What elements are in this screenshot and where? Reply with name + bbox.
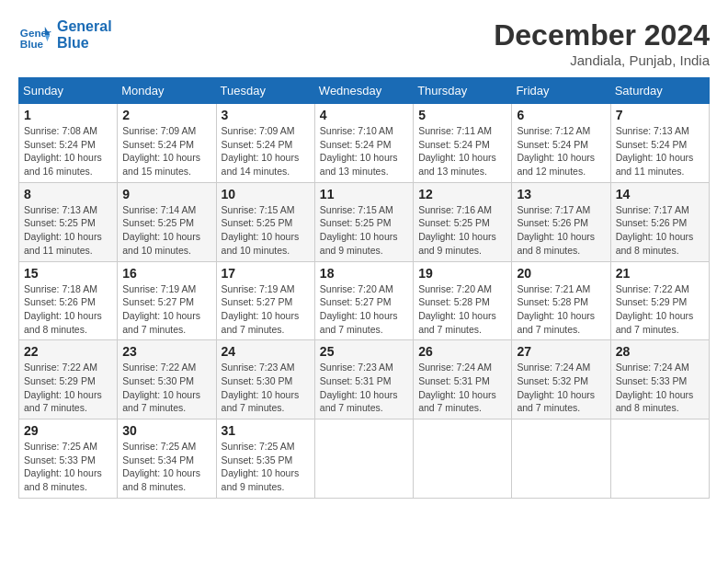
day-info: Sunrise: 7:22 AM Sunset: 5:29 PM Dayligh… xyxy=(616,282,704,337)
day-info: Sunrise: 7:08 AM Sunset: 5:24 PM Dayligh… xyxy=(24,124,112,178)
weekday-thursday: Thursday xyxy=(414,78,512,104)
day-number: 15 xyxy=(24,266,112,281)
day-number: 5 xyxy=(418,108,506,122)
day-info: Sunrise: 7:09 AM Sunset: 5:24 PM Dayligh… xyxy=(222,124,310,178)
week-row-5: 29Sunrise: 7:25 AM Sunset: 5:33 PM Dayli… xyxy=(19,419,710,499)
weekday-friday: Friday xyxy=(512,78,610,104)
day-info: Sunrise: 7:12 AM Sunset: 5:24 PM Dayligh… xyxy=(517,124,605,178)
weekday-saturday: Saturday xyxy=(610,78,709,104)
day-info: Sunrise: 7:22 AM Sunset: 5:30 PM Dayligh… xyxy=(122,361,210,415)
calendar-cell: 20Sunrise: 7:21 AM Sunset: 5:28 PM Dayli… xyxy=(512,261,610,340)
day-info: Sunrise: 7:24 AM Sunset: 5:31 PM Dayligh… xyxy=(418,361,506,415)
weekday-wednesday: Wednesday xyxy=(314,78,413,104)
title-block: December 2024 Jandiala, Punjab, India xyxy=(494,18,710,68)
calendar-cell: 2Sunrise: 7:09 AM Sunset: 5:24 PM Daylig… xyxy=(118,104,216,183)
day-number: 4 xyxy=(320,108,408,122)
day-number: 7 xyxy=(616,108,704,122)
week-row-2: 8Sunrise: 7:13 AM Sunset: 5:25 PM Daylig… xyxy=(19,182,710,261)
day-info: Sunrise: 7:17 AM Sunset: 5:26 PM Dayligh… xyxy=(517,203,605,258)
day-info: Sunrise: 7:20 AM Sunset: 5:27 PM Dayligh… xyxy=(320,282,408,337)
calendar-cell: 22Sunrise: 7:22 AM Sunset: 5:29 PM Dayli… xyxy=(19,340,118,419)
day-info: Sunrise: 7:17 AM Sunset: 5:26 PM Dayligh… xyxy=(616,203,704,258)
day-info: Sunrise: 7:24 AM Sunset: 5:33 PM Dayligh… xyxy=(616,361,704,415)
logo: General Blue General Blue xyxy=(18,18,112,52)
calendar-cell xyxy=(512,419,610,499)
day-number: 13 xyxy=(517,187,605,201)
day-info: Sunrise: 7:11 AM Sunset: 5:24 PM Dayligh… xyxy=(418,124,506,178)
logo-general: General xyxy=(57,18,112,35)
day-number: 27 xyxy=(517,344,605,359)
calendar-cell: 14Sunrise: 7:17 AM Sunset: 5:26 PM Dayli… xyxy=(610,182,709,261)
day-number: 20 xyxy=(517,266,605,281)
day-info: Sunrise: 7:10 AM Sunset: 5:24 PM Dayligh… xyxy=(320,124,408,178)
day-number: 31 xyxy=(222,423,310,438)
calendar-cell xyxy=(414,419,512,499)
calendar-cell: 27Sunrise: 7:24 AM Sunset: 5:32 PM Dayli… xyxy=(512,340,610,419)
day-number: 25 xyxy=(320,344,408,359)
calendar-cell: 8Sunrise: 7:13 AM Sunset: 5:25 PM Daylig… xyxy=(19,182,118,261)
day-number: 6 xyxy=(517,108,605,122)
day-info: Sunrise: 7:15 AM Sunset: 5:25 PM Dayligh… xyxy=(320,203,408,258)
calendar-cell: 15Sunrise: 7:18 AM Sunset: 5:26 PM Dayli… xyxy=(19,261,118,340)
calendar-table: SundayMondayTuesdayWednesdayThursdayFrid… xyxy=(18,77,710,499)
day-number: 30 xyxy=(122,423,210,438)
day-number: 18 xyxy=(320,266,408,281)
day-info: Sunrise: 7:15 AM Sunset: 5:25 PM Dayligh… xyxy=(222,203,310,258)
week-row-1: 1Sunrise: 7:08 AM Sunset: 5:24 PM Daylig… xyxy=(19,104,710,183)
day-info: Sunrise: 7:20 AM Sunset: 5:28 PM Dayligh… xyxy=(418,282,506,337)
day-info: Sunrise: 7:25 AM Sunset: 5:34 PM Dayligh… xyxy=(122,440,210,494)
month-title: December 2024 xyxy=(494,18,710,52)
calendar-cell: 25Sunrise: 7:23 AM Sunset: 5:31 PM Dayli… xyxy=(314,340,413,419)
day-info: Sunrise: 7:14 AM Sunset: 5:25 PM Dayligh… xyxy=(122,203,210,258)
day-number: 19 xyxy=(418,266,506,281)
calendar-cell: 7Sunrise: 7:13 AM Sunset: 5:24 PM Daylig… xyxy=(610,104,709,183)
day-info: Sunrise: 7:24 AM Sunset: 5:32 PM Dayligh… xyxy=(517,361,605,415)
calendar-cell: 1Sunrise: 7:08 AM Sunset: 5:24 PM Daylig… xyxy=(19,104,118,183)
day-info: Sunrise: 7:25 AM Sunset: 5:35 PM Dayligh… xyxy=(222,440,310,494)
svg-text:Blue: Blue xyxy=(20,38,44,50)
day-info: Sunrise: 7:22 AM Sunset: 5:29 PM Dayligh… xyxy=(24,361,112,415)
location: Jandiala, Punjab, India xyxy=(494,52,710,68)
calendar-cell: 29Sunrise: 7:25 AM Sunset: 5:33 PM Dayli… xyxy=(19,419,118,499)
calendar-cell xyxy=(314,419,413,499)
day-number: 29 xyxy=(24,423,112,438)
calendar-cell: 4Sunrise: 7:10 AM Sunset: 5:24 PM Daylig… xyxy=(314,104,413,183)
calendar-cell: 16Sunrise: 7:19 AM Sunset: 5:27 PM Dayli… xyxy=(118,261,216,340)
weekday-tuesday: Tuesday xyxy=(216,78,314,104)
day-number: 9 xyxy=(122,187,210,201)
weekday-sunday: Sunday xyxy=(19,78,118,104)
day-number: 3 xyxy=(222,108,310,122)
logo-icon: General Blue xyxy=(18,18,51,52)
day-number: 11 xyxy=(320,187,408,201)
day-info: Sunrise: 7:19 AM Sunset: 5:27 PM Dayligh… xyxy=(122,282,210,337)
calendar-cell: 19Sunrise: 7:20 AM Sunset: 5:28 PM Dayli… xyxy=(414,261,512,340)
week-row-3: 15Sunrise: 7:18 AM Sunset: 5:26 PM Dayli… xyxy=(19,261,710,340)
day-info: Sunrise: 7:13 AM Sunset: 5:24 PM Dayligh… xyxy=(616,124,704,178)
calendar-cell: 28Sunrise: 7:24 AM Sunset: 5:33 PM Dayli… xyxy=(610,340,709,419)
calendar-cell: 13Sunrise: 7:17 AM Sunset: 5:26 PM Dayli… xyxy=(512,182,610,261)
day-number: 1 xyxy=(24,108,112,122)
calendar-cell: 5Sunrise: 7:11 AM Sunset: 5:24 PM Daylig… xyxy=(414,104,512,183)
calendar-body: 1Sunrise: 7:08 AM Sunset: 5:24 PM Daylig… xyxy=(19,104,710,499)
calendar-cell: 31Sunrise: 7:25 AM Sunset: 5:35 PM Dayli… xyxy=(216,419,314,499)
calendar-cell: 11Sunrise: 7:15 AM Sunset: 5:25 PM Dayli… xyxy=(314,182,413,261)
calendar-cell: 21Sunrise: 7:22 AM Sunset: 5:29 PM Dayli… xyxy=(610,261,709,340)
calendar-cell xyxy=(610,419,709,499)
day-number: 2 xyxy=(122,108,210,122)
day-number: 16 xyxy=(122,266,210,281)
weekday-monday: Monday xyxy=(118,78,216,104)
calendar-cell: 3Sunrise: 7:09 AM Sunset: 5:24 PM Daylig… xyxy=(216,104,314,183)
day-number: 23 xyxy=(122,344,210,359)
day-info: Sunrise: 7:21 AM Sunset: 5:28 PM Dayligh… xyxy=(517,282,605,337)
day-info: Sunrise: 7:23 AM Sunset: 5:31 PM Dayligh… xyxy=(320,361,408,415)
day-info: Sunrise: 7:18 AM Sunset: 5:26 PM Dayligh… xyxy=(24,282,112,337)
day-number: 8 xyxy=(24,187,112,201)
calendar-cell: 23Sunrise: 7:22 AM Sunset: 5:30 PM Dayli… xyxy=(118,340,216,419)
week-row-4: 22Sunrise: 7:22 AM Sunset: 5:29 PM Dayli… xyxy=(19,340,710,419)
calendar-cell: 26Sunrise: 7:24 AM Sunset: 5:31 PM Dayli… xyxy=(414,340,512,419)
logo-blue: Blue xyxy=(57,35,112,52)
day-info: Sunrise: 7:19 AM Sunset: 5:27 PM Dayligh… xyxy=(222,282,310,337)
day-number: 22 xyxy=(24,344,112,359)
calendar-cell: 6Sunrise: 7:12 AM Sunset: 5:24 PM Daylig… xyxy=(512,104,610,183)
day-number: 26 xyxy=(418,344,506,359)
